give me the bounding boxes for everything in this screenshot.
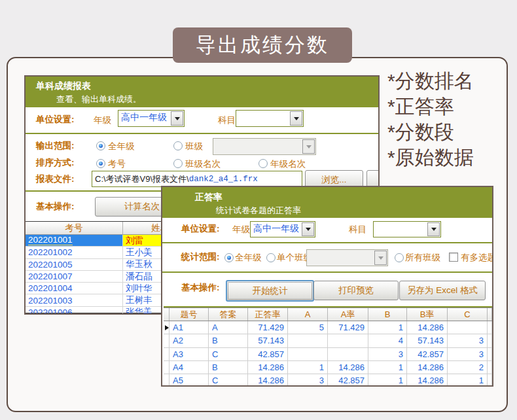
data-cell: 14.286 (248, 361, 288, 374)
radio-grade-rank-label[interactable]: 年级名次 (270, 158, 306, 170)
start-stats-button[interactable]: 开始统计 (226, 280, 314, 302)
class-select-disabled (213, 138, 316, 155)
data-cell: 3 (448, 334, 488, 347)
radio-whole-grade[interactable] (224, 253, 234, 262)
subject-select-value (374, 222, 427, 237)
data-cell (448, 321, 488, 334)
print-preview-button[interactable]: 打印预览 (313, 281, 399, 300)
save-excel-button[interactable]: 另存为 Excel 格式 (399, 281, 486, 300)
exam-no-cell: 202201001 (28, 236, 73, 245)
data-cell: 1 (368, 321, 407, 334)
table-row[interactable]: A2B57.143457.1433 (164, 334, 492, 347)
chevron-down-icon[interactable] (302, 222, 314, 236)
data-cell: 14.286 (407, 361, 448, 374)
chevron-down-icon[interactable] (427, 222, 440, 236)
output-scope-label: 输出范围: (36, 140, 75, 152)
chevron-down-icon (302, 139, 315, 154)
radio-class-rank-label[interactable]: 班级名次 (185, 158, 221, 170)
subject-select[interactable] (373, 221, 441, 237)
multi-choice-checkbox[interactable] (449, 253, 458, 262)
multi-choice-label[interactable]: 有多选题 (461, 252, 493, 264)
radio-class-rank[interactable] (173, 159, 183, 168)
data-cell: 1 (448, 374, 488, 387)
sliver-cell (488, 321, 492, 334)
column-header[interactable]: C (448, 308, 488, 321)
separator (26, 133, 378, 134)
radio-whole-grade[interactable] (96, 141, 105, 150)
grade-label: 年级 (232, 224, 250, 236)
basic-actions-label: 基本操作: (181, 282, 220, 294)
exam-no-cell: 202201003 (28, 296, 73, 306)
row-selector-cell (164, 334, 169, 347)
data-cell (288, 334, 328, 347)
basic-actions-label: 基本操作: (36, 201, 75, 213)
separator (162, 242, 492, 243)
data-cell (288, 348, 328, 360)
data-cell: 71.429 (328, 321, 368, 334)
data-cell: 5 (288, 321, 328, 334)
chevron-down-icon[interactable] (290, 111, 302, 126)
feature-item: *分数段 (387, 119, 474, 145)
radio-whole-grade-label[interactable]: 全年级 (108, 141, 135, 152)
report-file-name: dank2_a4_1.frx (189, 175, 258, 184)
data-cell: B (209, 334, 248, 347)
page-title: 导出成绩分数 (173, 27, 352, 63)
grade-select[interactable]: 高中一年级 (250, 221, 315, 237)
data-cell: C (209, 374, 248, 387)
radio-whole-grade-label[interactable]: 全年级 (235, 252, 262, 264)
subject-label: 科目 (349, 224, 366, 236)
column-header[interactable]: A (288, 308, 328, 321)
radio-exam-no[interactable] (96, 159, 105, 168)
radio-exam-no-label[interactable]: 考号 (108, 158, 126, 170)
data-cell: A5 (169, 374, 209, 387)
table-row[interactable]: A3C42.857342.8573 (164, 348, 492, 361)
radio-all-classes-label[interactable]: 所有班级 (405, 252, 440, 264)
data-cell: 57.143 (248, 334, 288, 347)
data-cell: A3 (169, 348, 209, 360)
answer-rate-table[interactable]: 题号答案正答率AA率BB率CA1A71.429571.429114.286A2B… (164, 306, 492, 385)
stats-scope-label: 统计范围: (181, 251, 220, 263)
column-header[interactable]: 题号 (169, 308, 209, 321)
column-header[interactable]: 答案 (209, 308, 248, 321)
sort-mode-label: 排序方式: (36, 157, 75, 169)
subject-label: 科目 (218, 114, 236, 126)
column-header[interactable]: B率 (407, 308, 448, 321)
table-row[interactable]: A5C14.286342.857114.2861 (164, 374, 492, 387)
row-selector-cell (164, 361, 169, 374)
column-header[interactable]: A率 (328, 308, 368, 321)
radio-class[interactable] (173, 141, 183, 150)
data-cell: 4 (368, 334, 407, 347)
report-file-label: 报表文件: (36, 173, 75, 185)
column-header[interactable]: 考号 (26, 222, 123, 234)
table-row[interactable]: A4B14.286114.286114.2862 (164, 361, 492, 374)
data-cell: 42.857 (328, 374, 368, 387)
class-select-disabled (306, 249, 388, 266)
data-cell (328, 334, 368, 347)
exam-no-cell: 202201007 (28, 271, 73, 281)
column-header-sliver (488, 308, 492, 321)
sliver-cell (488, 374, 492, 387)
column-header[interactable]: B (368, 308, 407, 321)
radio-grade-rank[interactable] (258, 159, 268, 168)
data-cell: 3 (288, 374, 328, 387)
current-row-marker-icon (165, 325, 169, 330)
radio-all-classes[interactable] (395, 253, 404, 262)
sliver-cell (488, 348, 492, 360)
sliver-cell (488, 361, 492, 374)
column-header[interactable]: 正答率 (248, 308, 288, 321)
data-cell: A2 (169, 334, 209, 347)
data-cell: A (209, 321, 248, 334)
data-cell: 71.429 (248, 321, 288, 334)
radio-class-label[interactable]: 班级 (185, 141, 203, 152)
subject-select[interactable] (236, 110, 304, 127)
report-file-input[interactable]: C:\考试评卷V9\报表文件\dank2_a4_1.frx (92, 171, 302, 187)
table-row[interactable]: A1A71.429571.429114.286 (164, 321, 492, 334)
exam-no-cell: 202201006 (28, 307, 73, 315)
radio-single-class[interactable] (266, 253, 276, 262)
chevron-down-icon[interactable] (171, 111, 183, 126)
data-cell: 14.286 (407, 374, 448, 387)
grade-select[interactable]: 高中一年级 (118, 110, 185, 127)
data-cell: 14.286 (248, 374, 288, 387)
data-cell: 1 (368, 361, 407, 374)
data-cell: C (209, 348, 248, 360)
